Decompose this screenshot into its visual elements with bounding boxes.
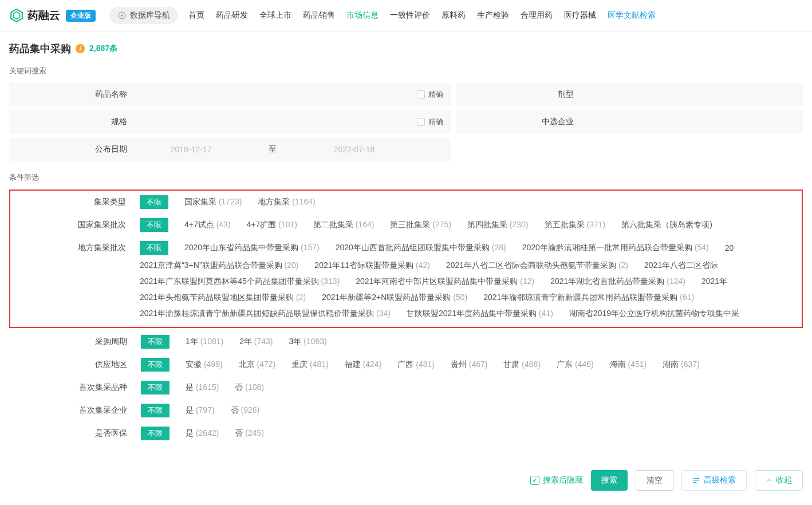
filter-opt[interactable]: 甘陕联盟2021年度药品集中带量采购 (41) [407,309,553,319]
filter-opt[interactable]: 是 (1615) [186,382,219,393]
filter-opt[interactable]: 2021年八省二区省际会商联动头孢氨苄带量采购 (2) [446,261,628,271]
filter-opt[interactable]: 安徽 (499) [186,360,223,370]
filter-row-region: 供应地区不限安徽 (499)北京 (472)重庆 (481)福建 (424)广西… [9,354,803,377]
filter-opt-all[interactable]: 不限 [140,218,168,232]
filter-opt[interactable]: 第五批集采 (371) [545,220,606,230]
filter-opt[interactable]: 2021年头孢氨苄药品联盟地区集团带量采购 (2) [140,293,306,303]
filter-count: (424) [363,360,382,369]
filter-opt[interactable]: 1年 (1081) [186,337,223,347]
filter-row-loc: 地方集采批次不限2020年山东省药品集中带量采购 (157)2020年山西首批药… [10,238,802,322]
filter-opt[interactable]: 2021年渝豫桂琼滇青宁新新疆兵团短缺药品联盟保供稳价带量采购 (34) [140,309,391,319]
filter-opt[interactable]: 否 (245) [235,428,264,439]
filter-opt[interactable]: 2021京津冀“3+N”联盟药品联合带量采购 (20) [140,261,298,271]
filter-opt[interactable]: 2021年八省二区省际 [644,261,718,271]
menu-item-8[interactable]: 合理用药 [521,10,553,21]
filter-opt[interactable]: 广东 (446) [557,360,594,370]
filter-opt[interactable]: 2021年湖北省首批药品带量采购 (124) [550,277,685,287]
spec-input[interactable] [141,117,417,127]
db-nav-button[interactable]: 数据库导航 [109,7,178,24]
filter-opt[interactable]: 否 (926) [231,405,260,416]
filter-opt[interactable]: 海南 (451) [610,360,647,370]
menu-item-3[interactable]: 药品销售 [303,10,335,21]
spec-precise[interactable]: 精确 [417,117,451,127]
filter-options: 不限是 (2642)否 (245) [141,423,803,444]
filter-opt[interactable]: 4+7扩围 (101) [247,220,297,230]
checkbox-icon [417,118,425,126]
menu-item-0[interactable]: 首页 [188,10,204,21]
filter-opt-all[interactable]: 不限 [141,335,170,349]
filter-opt[interactable]: 2020年渝黔滇湘桂第一批常用药品联合带量采购 (54) [522,243,709,253]
filter-opt[interactable]: 甘肃 (468) [503,360,541,370]
filter-opt[interactable]: 湖南省2019年公立医疗机构抗菌药物专项集中采 [569,309,739,319]
filter-count: (481) [310,360,329,369]
menu-item-4[interactable]: 市场信息 [346,10,379,21]
filter-opt[interactable]: 2021年 [701,277,727,287]
filter-opt-all[interactable]: 不限 [140,241,168,255]
spec-box: 规格 精确 [9,111,451,133]
dosage-form-input[interactable] [588,90,803,99]
filter-count: (245) [245,428,264,437]
filter-count: (28) [492,243,506,252]
filter-opt[interactable]: 第二批集采 (164) [313,220,375,230]
filter-opt[interactable]: 2021年新疆等2+N联盟药品带量采购 (50) [322,293,467,303]
filter-opt[interactable]: 贵州 (467) [451,360,488,370]
filter-opt[interactable]: 第三批集采 (275) [390,220,451,230]
filter-opt[interactable]: 3年 (1063) [289,337,327,347]
filter-opt[interactable]: 2021年11省际联盟带量采购 (42) [314,261,430,271]
date-from-input[interactable] [141,145,241,154]
menu-item-9[interactable]: 医疗器械 [564,10,596,21]
hide-after-search[interactable]: ✓ 搜索后隐藏 [530,475,583,486]
filter-opt-all[interactable]: 不限 [140,195,168,209]
spec-label: 规格 [9,117,141,127]
date-to-input[interactable] [304,145,404,154]
search-button[interactable]: 搜索 [591,470,628,491]
filter-opt[interactable]: 是 (797) [186,405,215,416]
filter-opt[interactable]: 第六批集采（胰岛素专项) [621,220,712,230]
filter-count: (1164) [292,197,315,206]
filter-opt-all[interactable]: 不限 [141,358,170,372]
filter-count: (61) [680,293,694,302]
filter-opt-all[interactable]: 不限 [141,427,170,440]
filter-opt[interactable]: 2020年山东省药品集中带量采购 (157) [184,243,320,253]
info-icon[interactable]: i [76,44,85,53]
filter-opt[interactable]: 国家集采 (1723) [184,197,242,207]
collapse-button[interactable]: 收起 [755,470,803,491]
filter-count: (499) [204,360,223,369]
filter-opt[interactable]: 2021年河南省中部片区联盟药品集中带量采购 (12) [356,277,534,287]
result-count: 2,887条 [89,44,117,54]
filter-opt[interactable]: 福建 (424) [345,360,382,370]
filter-opt[interactable]: 2020年山西首批药品组团联盟集中带量采购 (28) [336,243,506,253]
menu-item-1[interactable]: 药品研发 [216,10,248,21]
filter-opt[interactable]: 北京 (472) [239,360,276,370]
filter-opt[interactable]: 湖南 (637) [663,360,700,370]
menu-item-7[interactable]: 生产检验 [477,10,509,21]
filter-opt-all[interactable]: 不限 [141,381,170,394]
filter-label: 供应地区 [9,354,141,370]
filter-opt[interactable]: 20 [725,243,734,253]
menu-item-5[interactable]: 一致性评价 [390,10,430,21]
menu-item-2[interactable]: 全球上市 [259,10,291,21]
filter-opt[interactable]: 2年 (743) [239,337,273,347]
filter-opt[interactable]: 2021年广东联盟阿莫西林等45个药品集团带量采购 (313) [140,277,340,287]
filter-opt[interactable]: 4+7试点 (43) [184,220,231,230]
filter-opt[interactable]: 否 (108) [235,382,264,393]
adv-search-button[interactable]: 高级检索 [681,470,747,491]
filter-row-type: 集采类型不限国家集采 (1723)地方集采 (1164) [10,192,802,215]
clear-button[interactable]: 清空 [636,470,673,491]
menu-item-10[interactable]: 医学文献检索 [608,10,656,21]
filter-opt-all[interactable]: 不限 [141,404,170,417]
brand-logo[interactable]: 药融云 企业版 [9,8,96,23]
filter-opt[interactable]: 重庆 (481) [291,360,329,370]
menu-item-6[interactable]: 原料药 [442,10,466,21]
filter-count: (1723) [219,197,242,206]
drug-name-precise[interactable]: 精确 [417,89,451,100]
winner-input[interactable] [588,117,803,127]
filter-opt[interactable]: 2021年渝鄂琼滇青宁新新疆兵团常用药品联盟带量采购 (61) [483,293,694,303]
filter-row-cycle: 采购周期不限1年 (1081)2年 (743)3年 (1063) [9,332,803,354]
hex-icon [9,8,24,23]
filter-opt[interactable]: 地方集采 (1164) [258,197,315,207]
filter-opt[interactable]: 是 (2642) [186,428,219,439]
filter-opt[interactable]: 广西 (481) [397,360,435,370]
drug-name-input[interactable] [141,90,417,99]
filter-opt[interactable]: 第四批集采 (230) [467,220,529,230]
